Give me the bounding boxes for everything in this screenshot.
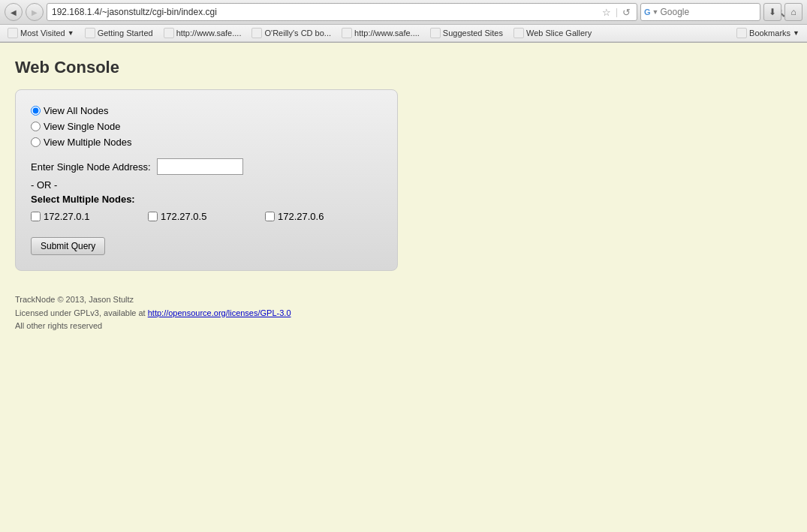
radio-view-single: View Single Node [31, 121, 382, 132]
single-node-row: Enter Single Node Address: [31, 158, 382, 175]
radio-single-node-label: View Single Node [44, 121, 120, 132]
bookmark-favicon [85, 28, 95, 38]
reload-button[interactable]: ↺ [621, 7, 632, 18]
chevron-down-icon: ▼ [68, 29, 74, 37]
checkbox-172-27-0-1[interactable] [31, 212, 41, 221]
footer-line1: TrackNode © 2013, Jason Stultz [15, 293, 792, 307]
search-input[interactable] [660, 7, 772, 17]
page-title: Web Console [15, 58, 792, 77]
footer-line2-prefix: Licensed under GPLv3, available at [15, 308, 148, 317]
bookmark-label: http://www.safe.... [354, 29, 420, 38]
bookmark-favicon [8, 28, 18, 38]
form-panel: View All Nodes View Single Node View Mul… [15, 89, 398, 271]
radio-multiple-nodes-label: View Multiple Nodes [44, 137, 132, 148]
checkbox-label-1: 172.27.0.1 [44, 211, 89, 222]
radio-multiple-nodes[interactable] [31, 137, 41, 147]
bookmark-label: Web Slice Gallery [526, 29, 592, 38]
home-button[interactable]: ⌂ [784, 3, 802, 21]
chevron-down-icon: ▼ [793, 29, 799, 37]
browser-chrome: ◀ ▶ 192.168.1.4/~jasonstultz/cgi-bin/ind… [0, 0, 807, 43]
star-button[interactable]: ☆ [601, 7, 613, 18]
bookmark-favicon [430, 28, 441, 38]
single-node-label: Enter Single Node Address: [31, 161, 151, 173]
bookmark-web-slice-gallery[interactable]: Web Slice Gallery [509, 26, 596, 40]
bookmark-oreilly[interactable]: O'Reilly's CD bo... [247, 26, 336, 40]
bookmark-getting-started[interactable]: Getting Started [80, 26, 158, 40]
checkbox-label-2: 172.27.0.5 [161, 211, 206, 222]
bookmark-label: Bookmarks [749, 29, 790, 38]
checkbox-item-3: 172.27.0.6 [265, 211, 382, 222]
bookmark-label: O'Reilly's CD bo... [264, 29, 331, 38]
footer-license-link[interactable]: http://opensource.org/licenses/GPL-3.0 [148, 308, 291, 317]
radio-view-multiple: View Multiple Nodes [31, 137, 382, 148]
radio-single-node[interactable] [31, 122, 41, 131]
search-dropdown-arrow[interactable]: ▼ [652, 8, 659, 16]
checkbox-group: 172.27.0.1 172.27.0.5 172.27.0.6 [31, 211, 382, 222]
multiple-nodes-label: Select Multiple Nodes: [31, 194, 382, 205]
bookmark-favicon [251, 28, 262, 38]
bookmark-most-visited[interactable]: Most Visited ▼ [3, 26, 79, 40]
bookmark-label: Most Visited [20, 29, 65, 38]
bookmark-favicon [736, 28, 747, 38]
bookmark-favicon [513, 28, 524, 38]
bookmark-label: Suggested Sites [443, 29, 503, 38]
bookmark-suggested-sites[interactable]: Suggested Sites [426, 26, 507, 40]
radio-view-all: View All Nodes [31, 105, 382, 116]
footer: TrackNode © 2013, Jason Stultz Licensed … [15, 293, 792, 333]
or-separator: - OR - [31, 179, 382, 191]
checkbox-item-1: 172.27.0.1 [31, 211, 148, 222]
download-button[interactable]: ⬇ [763, 3, 781, 21]
checkbox-label-3: 172.27.0.6 [278, 211, 324, 222]
submit-button[interactable]: Submit Query [31, 237, 105, 255]
bookmark-favicon [342, 28, 352, 38]
address-bar[interactable]: 192.168.1.4/~jasonstultz/cgi-bin/index.c… [47, 3, 637, 21]
checkbox-172-27-0-6[interactable] [265, 212, 275, 221]
search-box[interactable]: G ▼ 🔍 [640, 3, 760, 21]
footer-line2: Licensed under GPLv3, available at http:… [15, 307, 792, 320]
radio-all-nodes-label: View All Nodes [44, 105, 108, 116]
search-engine-icon: G [644, 8, 651, 17]
bookmarks-bar: Most Visited ▼ Getting Started http://ww… [0, 25, 807, 42]
single-node-input[interactable] [157, 158, 243, 175]
bookmark-safe1[interactable]: http://www.safe.... [159, 26, 246, 40]
bookmark-bookmarks[interactable]: Bookmarks ▼ [732, 26, 804, 40]
checkbox-item-2: 172.27.0.5 [148, 211, 265, 222]
back-button[interactable]: ◀ [5, 3, 23, 21]
url-text: 192.168.1.4/~jasonstultz/cgi-bin/index.c… [52, 7, 598, 17]
radio-all-nodes[interactable] [31, 106, 41, 116]
page-content: Web Console View All Nodes View Single N… [0, 43, 807, 508]
bookmark-safe2[interactable]: http://www.safe.... [337, 26, 424, 40]
footer-line3: All other rights reserved [15, 320, 792, 333]
checkbox-172-27-0-5[interactable] [148, 212, 158, 221]
forward-button[interactable]: ▶ [26, 3, 44, 21]
bookmark-label: Getting Started [98, 29, 153, 38]
bookmark-label: http://www.safe.... [176, 29, 242, 38]
bookmark-favicon [164, 28, 174, 38]
toolbar: ◀ ▶ 192.168.1.4/~jasonstultz/cgi-bin/ind… [0, 0, 807, 25]
